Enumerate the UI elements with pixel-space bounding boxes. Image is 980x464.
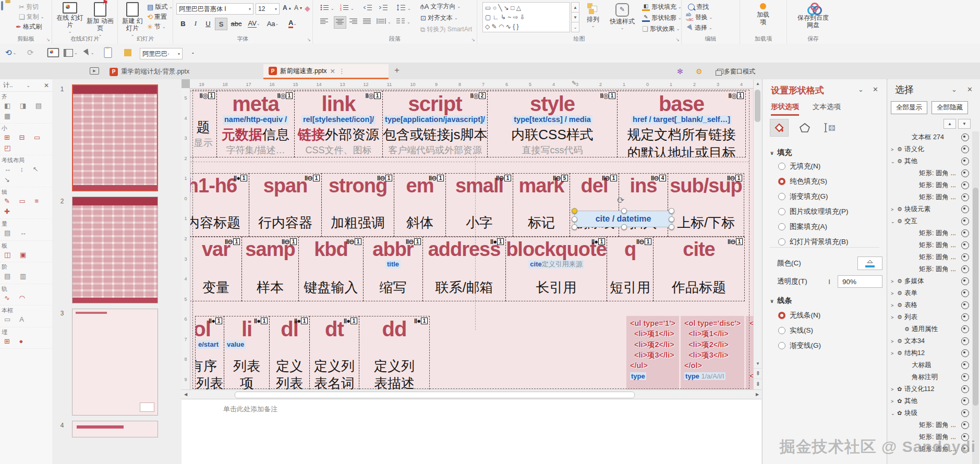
shrink-font-button[interactable]: A▾ <box>294 4 302 11</box>
visibility-eye-icon[interactable] <box>961 277 969 285</box>
close-icon[interactable]: ✕ <box>44 82 49 89</box>
underline-button[interactable]: U <box>202 18 214 29</box>
dialog-launcher-icon[interactable]: ↘ <box>675 37 680 42</box>
tag-card[interactable]: ‖●1 dl 定义 列表 <box>269 316 310 390</box>
tag-card[interactable]: ‖●1 h1-h6 内容标题 <box>190 173 249 237</box>
change-case-button[interactable]: Aa⌄ <box>265 18 281 29</box>
selection-item[interactable]: 角标注明 <box>888 371 971 383</box>
visibility-eye-icon[interactable] <box>961 313 969 321</box>
visibility-eye-icon[interactable] <box>961 253 969 261</box>
tag-card[interactable]: ‖⊖1 em 斜体 <box>394 173 446 237</box>
tag-card[interactable]: ‖◎1 base href / target[_blank/_self…] 规定… <box>617 91 746 157</box>
columns-button[interactable]: ⌄ <box>396 18 410 26</box>
strikethrough-button[interactable]: abc <box>228 18 244 29</box>
next-slide-button[interactable]: ⇟ <box>754 378 761 389</box>
code-sample-panel[interactable]: <dl> <dt>名称1</dt> <dd>描述</dd> <dt>名称2</d… <box>746 316 753 390</box>
color-picker-button[interactable] <box>857 257 882 270</box>
selection-item[interactable]: > ⚙ 表单 <box>888 287 971 299</box>
horizontal-scroll-thumb[interactable] <box>235 392 635 398</box>
view-layout-button[interactable]: ⌄ <box>64 47 78 58</box>
selection-item[interactable]: 文本框 274 <box>888 131 971 143</box>
visibility-eye-icon[interactable] <box>961 361 969 369</box>
selection-item[interactable]: ⌄ ⚙ 交互 <box>888 215 971 227</box>
tag-card[interactable]: ‖●1 dd 定义列 表描述 <box>359 316 430 390</box>
plugin-group-icons[interactable]: ◧ ◨ ▤ ▦ <box>1 101 51 121</box>
tag-card[interactable]: ‖◎2 script type[application/javascript]/… <box>382 91 488 157</box>
new-tab-button[interactable]: + <box>394 65 400 76</box>
close-tab-icon[interactable]: ✕ <box>330 67 335 75</box>
expander-icon[interactable]: > <box>891 147 897 152</box>
selection-item[interactable]: > ⚙ 多媒体 <box>888 275 971 287</box>
chevron-down-icon[interactable]: ⌄ <box>951 86 957 93</box>
pointer-mode-button[interactable]: ⌄ <box>84 47 94 58</box>
tag-card[interactable]: ‖⊖1 q 短引用 <box>607 237 654 301</box>
hide-all-button[interactable]: 全部隐藏 <box>931 101 968 114</box>
qat-more-button[interactable]: ⹀ <box>192 47 194 58</box>
selection-item[interactable]: > ✿ 语义化112 <box>888 383 971 395</box>
new-slide-button[interactable]: 新建 幻灯片⌄ <box>120 2 145 37</box>
selection-item[interactable]: ⌄ ✿ 块级 <box>888 407 971 419</box>
plugin-group-icons[interactable]: ↔ ↕ ↖ ↘ <box>1 164 51 185</box>
line-option-radio[interactable]: 渐变线(G) <box>778 341 821 350</box>
fill-option-radio[interactable]: 纯色填充(S) <box>778 177 849 186</box>
visibility-eye-icon[interactable] <box>961 373 969 381</box>
plugin-group-icons[interactable]: ⊞ ⊟ ▭ ◰ <box>1 132 51 153</box>
expander-icon[interactable]: > <box>891 387 897 392</box>
code-sample-panel[interactable]: <ol type='disc'> <li>项1</li> <li>项2</li>… <box>681 316 744 390</box>
addins-button[interactable]: 加载项 <box>752 3 775 26</box>
format-painter-button[interactable]: ✒格式刷 <box>16 22 42 31</box>
shape-pentagon-icon[interactable] <box>796 119 814 136</box>
line-section-header[interactable]: ∨线条 <box>770 296 792 306</box>
tag-card[interactable]: ‖⊖1 cite 作品标题 <box>653 237 745 301</box>
undo-button[interactable]: ⟲⌄ <box>5 47 16 58</box>
selection-item[interactable]: ⚙ 通用属性 <box>888 323 971 335</box>
char-spacing-button[interactable]: AV⌄ <box>245 18 263 29</box>
expander-icon[interactable]: > <box>891 207 897 212</box>
tag-card[interactable]: ‖⊖1 strong 加粗强调 <box>321 173 394 237</box>
visibility-eye-icon[interactable] <box>961 421 969 429</box>
paste-button[interactable] <box>1 2 3 9</box>
multi-window-mode-button[interactable]: 多窗口模式 <box>716 66 755 77</box>
tag-card[interactable]: ‖⊖1 var 变量 <box>190 237 242 301</box>
selection-item[interactable]: > ⚙ 结构12 <box>888 347 971 359</box>
scroll-down-icon[interactable]: ▼ <box>571 13 579 22</box>
arrange-button[interactable]: 排列⌄ <box>582 3 604 28</box>
plugin-group-icons[interactable]: ▤ ↔ <box>1 228 51 238</box>
selection-item[interactable]: > ✿ 其他 <box>888 395 971 407</box>
grow-font-button[interactable]: A▴ <box>283 4 291 11</box>
paste-mini-button[interactable] <box>104 47 112 58</box>
dialog-launcher-icon[interactable]: ↘ <box>471 37 475 42</box>
adjust-handle[interactable] <box>572 208 577 214</box>
close-icon[interactable]: ✕ <box>873 86 878 93</box>
selection-handle[interactable] <box>669 224 674 230</box>
selection-item[interactable]: > ⚙ 块级元素 <box>888 203 971 215</box>
tag-card[interactable]: ‖⊖1 kbd 键盘输入 <box>298 237 364 301</box>
previous-slide-button[interactable]: ⇞ <box>754 368 761 378</box>
scroll-left-arrow[interactable]: ◀ <box>182 390 190 399</box>
find-button[interactable]: 查找 <box>688 3 709 11</box>
line-option-radio[interactable]: 无线条(N) <box>778 311 821 320</box>
show-all-button[interactable]: 全部显示 <box>891 101 927 114</box>
shape-gallery-scroll[interactable]: ▲▼⌄ <box>571 2 579 32</box>
italic-button[interactable]: I <box>190 18 201 29</box>
visibility-eye-icon[interactable] <box>961 157 969 165</box>
chevron-down-icon[interactable]: ⌄ <box>858 86 864 93</box>
align-text-button[interactable]: ⊡对齐文本⌄ <box>420 14 458 22</box>
visibility-eye-icon[interactable] <box>961 337 969 345</box>
visibility-eye-icon[interactable] <box>961 145 969 153</box>
selection-item[interactable]: 矩形: 圆角 ... <box>888 191 971 203</box>
slide-thumbnail[interactable] <box>72 84 158 191</box>
tag-card[interactable]: ‖◎1 link rel[stylesheet/icon]/ href /typ… <box>294 91 383 157</box>
visibility-eye-icon[interactable] <box>961 193 969 201</box>
decrease-indent-button[interactable] <box>363 4 372 13</box>
format-panel-tab[interactable]: 文本选项 <box>813 102 841 116</box>
selection-scrollbar[interactable] <box>972 131 979 464</box>
fill-option-radio[interactable]: 幻灯片背景填充(B) <box>778 237 849 247</box>
distribute-text-button[interactable]: ⌄ <box>377 18 391 26</box>
expander-icon[interactable]: > <box>891 303 897 308</box>
document-tab[interactable]: P 重学前端计划-背景.pptx <box>104 64 261 79</box>
selection-item[interactable]: 矩形: 圆角 ... <box>888 251 971 263</box>
tag-card[interactable]: ‖●1 dt 定义列 表名词 <box>309 316 359 390</box>
fill-option-radio[interactable]: 图片或纹理填充(P) <box>778 207 849 216</box>
visibility-eye-icon[interactable] <box>961 205 969 213</box>
